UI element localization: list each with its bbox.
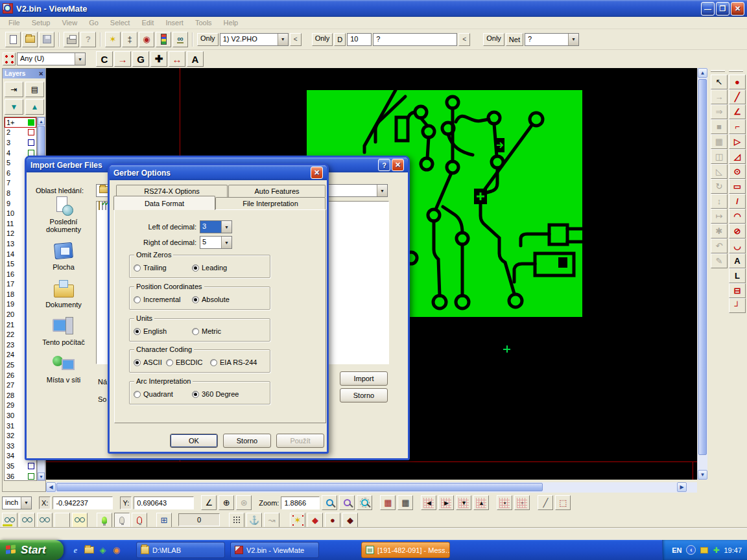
grid-dots-button[interactable]	[229, 513, 244, 528]
close-icon[interactable]: ✕	[38, 71, 43, 77]
select-gerber-button[interactable]: G	[132, 51, 149, 67]
layer-color-swatch[interactable]	[28, 119, 34, 126]
layer-up-button[interactable]: ▲	[25, 99, 44, 115]
folder-icon[interactable]	[84, 544, 95, 555]
drill-mode-button[interactable]: ●	[325, 513, 340, 528]
open-file-button[interactable]	[22, 32, 38, 47]
radio-icon[interactable]	[192, 296, 199, 303]
radio-eia-rs-244[interactable]: EIA RS-244	[210, 358, 257, 366]
only-dcode-button[interactable]: Only	[312, 33, 333, 46]
layer-row-3[interactable]: 3	[5, 137, 36, 148]
draw-corner-button[interactable]: ⌐	[729, 119, 746, 134]
place-plocha[interactable]: Plocha	[32, 242, 95, 271]
language-indicator[interactable]: EN	[672, 546, 682, 554]
chevron-down-icon[interactable]: ▼	[75, 53, 85, 65]
draw-slash-button[interactable]: /	[729, 194, 746, 209]
dialog-close-button[interactable]: ✕	[392, 159, 404, 171]
draw-text-button[interactable]: A	[729, 253, 746, 268]
place-dokumenty[interactable]: Dokumenty	[32, 279, 95, 309]
layer-color-swatch[interactable]	[28, 139, 34, 146]
cancel-button[interactable]: Storno	[340, 388, 388, 402]
dcode-query-field[interactable]: ?	[373, 33, 457, 46]
radio-ascii[interactable]: ASCII	[134, 358, 162, 366]
start-button[interactable]: Start	[0, 540, 64, 560]
print-button[interactable]	[64, 32, 79, 47]
mirror-button[interactable]: ◫	[711, 149, 728, 164]
select-arrow-button[interactable]: →	[114, 51, 131, 67]
edit-node-button[interactable]: ✎	[711, 253, 728, 268]
measure-tools-button[interactable]: ‡	[122, 32, 137, 47]
layer-color-swatch[interactable]	[28, 463, 34, 469]
draw-label-button[interactable]: L	[729, 268, 746, 283]
pan-right-button[interactable]: ▶	[438, 495, 454, 510]
zoom-in-button[interactable]	[322, 495, 337, 510]
clock[interactable]: 19:47	[724, 546, 742, 554]
rotate-button[interactable]: ↻	[711, 179, 728, 194]
anchor-button[interactable]: ⚓	[246, 513, 262, 528]
layer-row-2[interactable]: 2	[5, 128, 36, 138]
canvas-hscrollbar[interactable]: ◀ ▶	[46, 482, 697, 493]
scroll-up-icon[interactable]: ▲	[698, 68, 707, 78]
draw-rectangle-button[interactable]: ▭	[729, 179, 746, 194]
pan-up-button[interactable]: ▲	[473, 495, 489, 510]
radio-icon[interactable]	[192, 391, 199, 398]
draw-circle-button[interactable]: ⊙	[729, 164, 746, 179]
select-cross-button[interactable]: ✚	[150, 51, 167, 67]
task-mlab-folder[interactable]: D:\MLAB	[136, 542, 225, 558]
dcode-view-button[interactable]: ◉	[139, 32, 154, 47]
radio-trailing[interactable]: Trailing	[134, 264, 167, 272]
lamp-off-button[interactable]	[114, 513, 130, 528]
zoom-grid-button[interactable]	[339, 495, 355, 510]
chevron-down-icon[interactable]: ▼	[568, 34, 578, 45]
select-span-button[interactable]: ↔	[169, 51, 185, 67]
menu-view[interactable]: View	[56, 18, 83, 28]
tray-doc-icon[interactable]	[700, 547, 708, 554]
angle-measure-button[interactable]: ∠	[201, 495, 217, 510]
pad-mode-button[interactable]: ◆	[307, 513, 323, 528]
layer-combo[interactable]: 1) V2.PHO ▼	[220, 33, 289, 46]
radio-icon[interactable]	[192, 328, 199, 335]
draw-arc-angle-button[interactable]: ▷	[729, 134, 746, 149]
layer-color-swatch[interactable]	[28, 129, 34, 135]
layer-table-button[interactable]: ▤	[25, 82, 44, 97]
only-layer-button[interactable]: Only	[197, 33, 219, 46]
draw-bend-button[interactable]: ┘	[729, 298, 746, 313]
place-posledn-dokumenty[interactable]: Poslední dokumenty	[32, 196, 95, 233]
radio-leading[interactable]: Leading	[192, 264, 227, 272]
shear-button[interactable]: ◺	[711, 164, 728, 179]
draw-dimension-button[interactable]: ⊟	[729, 283, 746, 298]
center-origin-button[interactable]: ⊕	[219, 495, 234, 510]
menu-file[interactable]: File	[3, 18, 26, 28]
layer-colors-button[interactable]	[156, 32, 171, 47]
radio-incremental[interactable]: Incremental	[134, 296, 180, 303]
scroll-left-icon[interactable]: ◀	[46, 482, 56, 492]
radio-english[interactable]: English	[134, 327, 167, 335]
undo-button[interactable]: ↶	[711, 239, 728, 253]
resize-button[interactable]: ↕	[711, 194, 728, 209]
radio-metric[interactable]: Metric	[192, 327, 221, 335]
dialog-help-button[interactable]: ?	[378, 159, 390, 171]
spiral-tool-button[interactable]: ⊛	[236, 495, 252, 510]
measure-diagonal-button[interactable]: ╱	[538, 495, 553, 510]
radio-icon[interactable]	[134, 391, 141, 398]
grid-origin-button[interactable]: ▪	[497, 495, 512, 510]
select-text-button[interactable]: A	[187, 51, 204, 67]
dcode-value-field[interactable]: 10	[347, 33, 372, 46]
dock-panel-button[interactable]: ⇥	[5, 82, 23, 97]
menu-select[interactable]: Select	[104, 18, 136, 28]
mask-mode-button[interactable]: ◆	[342, 513, 358, 528]
place-m-sta-v-s-ti[interactable]: Místa v síti	[32, 355, 95, 384]
radio-icon[interactable]	[134, 328, 141, 335]
internet-explorer-icon[interactable]: e	[70, 544, 81, 555]
only-net-button[interactable]: Only	[483, 33, 504, 46]
radio-icon[interactable]	[166, 359, 173, 366]
toolbar-grip[interactable]	[729, 70, 743, 72]
pan-down-button[interactable]: ▼	[456, 495, 471, 510]
tab-data-format[interactable]: Data Format	[113, 196, 215, 210]
grid-view-button[interactable]: ▦	[380, 495, 396, 510]
grid-snap-button[interactable]: ▦	[397, 495, 413, 510]
new-file-button[interactable]	[5, 32, 21, 47]
radio-icon[interactable]	[134, 296, 141, 303]
menu-tools[interactable]: Tools	[189, 18, 218, 28]
task-messenger[interactable]: ▤ [191-482-091] - Mess…	[361, 542, 450, 558]
